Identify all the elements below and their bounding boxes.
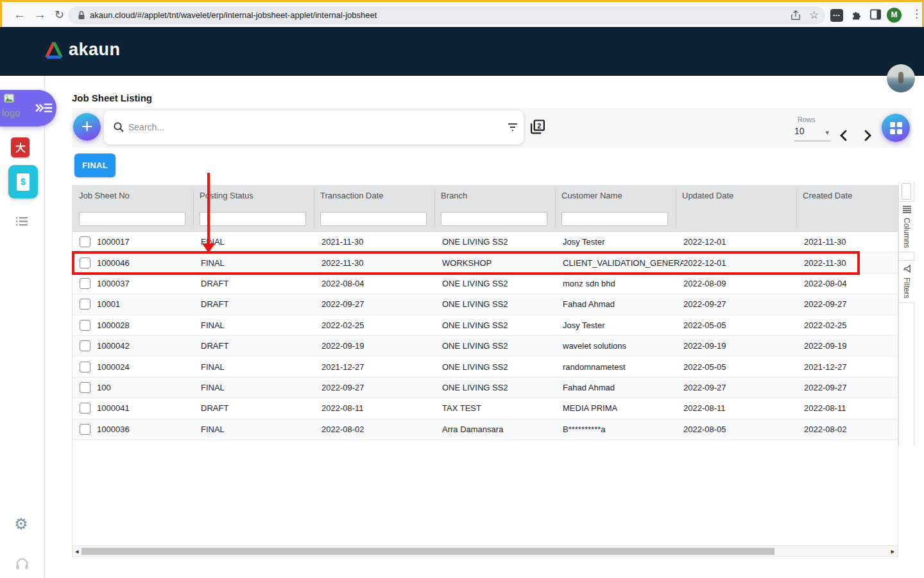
col-header-job-sheet-no[interactable]: Job Sheet No (73, 191, 193, 200)
tab-columns[interactable]: Columns (899, 201, 914, 252)
row-checkbox[interactable] (73, 258, 97, 268)
reload-icon[interactable]: ↻ (55, 7, 64, 22)
table-row[interactable]: 1000024FINAL2021-12-27ONE LIVING SS2rand… (73, 356, 898, 377)
browser-profile-avatar[interactable]: M (887, 8, 902, 22)
forward-icon[interactable]: → (34, 7, 46, 22)
col-header-transaction-date[interactable]: Transaction Date (314, 191, 434, 200)
side-panel-icon[interactable] (869, 8, 882, 21)
cell-customer-name: monz sdn bhd (563, 279, 683, 288)
cell-posting-status: FINAL (201, 258, 321, 268)
cell-posting-status: DRAFT (201, 299, 321, 309)
bookmark-star-icon[interactable]: ☆ (809, 8, 819, 22)
brand-logo[interactable]: akaun (44, 40, 121, 60)
table-row[interactable]: 1000028FINAL2022-02-25ONE LIVING SS2Josy… (73, 315, 898, 336)
app-icon-invoice[interactable]: $ (8, 165, 38, 198)
app-icon-dai[interactable] (11, 137, 30, 157)
row-checkbox[interactable] (73, 382, 97, 393)
caret-down-icon: ▾ (825, 128, 829, 137)
row-checkbox[interactable] (73, 362, 97, 372)
col-header-branch[interactable]: Branch (434, 191, 555, 200)
checkbox-icon[interactable] (80, 362, 90, 372)
cell-updated-date: 2022-08-09 (683, 279, 804, 288)
table-row[interactable]: 1000046FINAL2022-11-30WORKSHOPCLIENT_VAL… (73, 252, 898, 273)
page-title: Job Sheet Listing (72, 92, 152, 103)
scroll-right-icon[interactable]: ▸ (891, 547, 894, 556)
filter-input-job-sheet-no[interactable] (79, 212, 185, 226)
final-status-button[interactable]: FINAL (74, 153, 116, 177)
cell-created-date: 2022-08-02 (804, 425, 898, 434)
table-row[interactable]: 10001DRAFT2022-09-27ONE LIVING SS2Fahad … (73, 294, 898, 315)
table-row[interactable]: 1000017FINAL2021-11-30ONE LIVING SS2Josy… (73, 232, 898, 252)
cell-updated-date: 2022-09-19 (683, 341, 804, 351)
table-row[interactable]: 1000042DRAFT2022-09-19ONE LIVING SS2wave… (73, 336, 898, 356)
col-header-posting-status[interactable]: Posting Status (193, 191, 314, 200)
rows-per-page-value: 10 (794, 126, 805, 136)
row-checkbox[interactable] (73, 340, 97, 351)
filter-input-branch[interactable] (441, 212, 547, 226)
row-checkbox[interactable] (73, 424, 97, 435)
checkbox-icon[interactable] (80, 382, 90, 393)
checkbox-icon[interactable] (80, 320, 90, 331)
search-bar (104, 110, 524, 144)
filter-list-icon[interactable] (507, 122, 518, 132)
extensions-puzzle-icon[interactable] (850, 8, 863, 21)
screen: ← → ↻ akaun.cloud/#/applet/tnt/wavelet/e… (0, 0, 924, 578)
col-header-updated-date[interactable]: Updated Date (676, 191, 796, 200)
tab-filters[interactable]: Filters (899, 260, 914, 303)
vertical-scrollbar-thumb[interactable] (902, 183, 911, 200)
row-checkbox[interactable] (73, 236, 97, 247)
row-checkbox[interactable] (73, 320, 97, 331)
table-row[interactable]: 1000041DRAFT2022-08-11TAX TESTMEDIA PRIM… (73, 398, 898, 419)
next-page-button[interactable] (862, 129, 873, 142)
app-header: akaun (0, 27, 924, 76)
menu-open-icon[interactable] (35, 101, 53, 115)
url-text[interactable]: akaun.cloud/#/applet/tnt/wavelet/erp/int… (90, 10, 377, 20)
back-icon[interactable]: ← (13, 7, 26, 22)
scroll-left-icon[interactable]: ◂ (75, 547, 79, 556)
horizontal-scrollbar-thumb[interactable] (81, 548, 774, 555)
filter-input-customer-name[interactable] (561, 212, 668, 226)
extension-box-icon[interactable]: ••• (830, 9, 843, 22)
table-row[interactable]: 100FINAL2022-09-27ONE LIVING SS2Fahad Ah… (73, 378, 898, 398)
row-checkbox[interactable] (73, 299, 97, 310)
checkbox-icon[interactable] (80, 340, 90, 351)
col-header-customer-name[interactable]: Customer Name (555, 191, 676, 200)
table-row[interactable]: 1000036FINAL2022-08-02Arra DamansaraB***… (73, 419, 898, 440)
checkbox-icon[interactable] (80, 278, 90, 289)
filter-input-transaction-date[interactable] (320, 212, 427, 226)
horizontal-scrollbar[interactable]: ◂ ▸ (72, 545, 898, 557)
table-row[interactable]: 1000037DRAFT2022-08-04ONE LIVING SS2monz… (73, 274, 898, 294)
checkbox-icon[interactable] (80, 236, 90, 247)
cell-posting-status: DRAFT (201, 279, 321, 288)
search-input[interactable] (128, 119, 475, 135)
rows-per-page-select[interactable]: 10 ▾ (794, 126, 830, 141)
checkbox-icon[interactable] (80, 403, 90, 414)
col-header-created-date[interactable]: Created Date (796, 191, 898, 200)
akaun-triangle-icon (44, 40, 64, 60)
checkbox-icon[interactable] (80, 258, 90, 268)
headset-icon[interactable] (15, 556, 30, 570)
settings-gear-icon[interactable]: ⚙ (14, 515, 28, 533)
address-bar[interactable]: akaun.cloud/#/applet/tnt/wavelet/erp/int… (68, 6, 825, 24)
add-record-button[interactable]: + (73, 113, 101, 141)
grid-view-button[interactable] (882, 114, 910, 142)
checkbox-icon[interactable] (80, 424, 90, 435)
cell-job-sheet-no: 1000042 (97, 341, 201, 351)
prev-page-button[interactable] (838, 129, 850, 142)
column-separator (796, 189, 797, 227)
share-icon[interactable] (790, 10, 801, 21)
cell-branch: ONE LIVING SS2 (442, 279, 563, 288)
filter-input-posting-status[interactable] (200, 212, 306, 226)
cell-customer-name: Josy Tester (563, 237, 683, 247)
pages-2-icon[interactable]: 2 (529, 118, 547, 136)
row-checkbox[interactable] (73, 403, 97, 414)
cell-created-date: 2022-09-27 (804, 383, 898, 392)
broken-image-icon (4, 94, 14, 103)
cell-posting-status: FINAL (201, 237, 321, 247)
browser-menu-icon[interactable]: ⋮ (911, 7, 922, 21)
list-menu-icon[interactable] (15, 216, 28, 227)
user-avatar[interactable] (887, 64, 915, 92)
sidebar-logo-pill[interactable]: logo (0, 90, 56, 127)
row-checkbox[interactable] (73, 278, 97, 289)
checkbox-icon[interactable] (80, 299, 90, 310)
